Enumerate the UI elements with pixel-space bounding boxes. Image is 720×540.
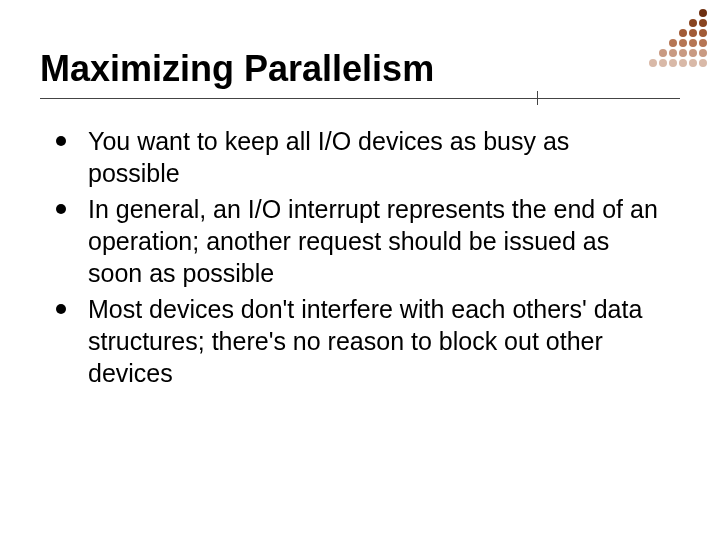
list-item: Most devices don't interfere with each o… [54,293,660,389]
list-item: You want to keep all I/O devices as busy… [54,125,660,189]
list-item: In general, an I/O interrupt represents … [54,193,660,289]
title-tick-mark [537,91,539,105]
title-underline [40,98,680,99]
slide-title: Maximizing Parallelism [40,48,680,90]
slide: Maximizing Parallelism You want to keep … [0,0,720,540]
title-block: Maximizing Parallelism [40,48,680,99]
bullet-list: You want to keep all I/O devices as busy… [40,125,680,389]
